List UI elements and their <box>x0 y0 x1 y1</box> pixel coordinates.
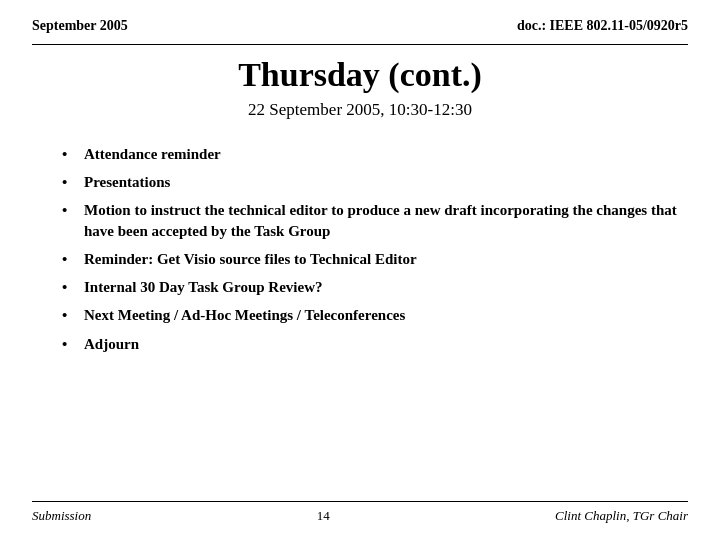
bullet-dot: • <box>62 172 80 192</box>
list-item: •Internal 30 Day Task Group Review? <box>62 277 688 297</box>
footer-author: Clint Chaplin, TGr Chair <box>555 508 688 524</box>
bullet-dot: • <box>62 334 80 354</box>
footer-submission: Submission <box>32 508 91 524</box>
footer-section: Submission 14 Clint Chaplin, TGr Chair <box>32 501 688 524</box>
list-item: •Adjourn <box>62 334 688 354</box>
list-item: •Reminder: Get Visio source files to Tec… <box>62 249 688 269</box>
header-row: September 2005 doc.: IEEE 802.11-05/0920… <box>32 18 688 34</box>
list-item: •Motion to instruct the technical editor… <box>62 200 688 241</box>
slide: September 2005 doc.: IEEE 802.11-05/0920… <box>0 0 720 540</box>
top-divider <box>32 44 688 45</box>
bullet-text: Internal 30 Day Task Group Review? <box>84 277 688 297</box>
list-item: •Next Meeting / Ad-Hoc Meetings / Teleco… <box>62 305 688 325</box>
bullet-text: Reminder: Get Visio source files to Tech… <box>84 249 688 269</box>
footer-row: Submission 14 Clint Chaplin, TGr Chair <box>32 508 688 524</box>
bullet-text: Presentations <box>84 172 688 192</box>
content-section: •Attendance reminder•Presentations•Motio… <box>32 144 688 501</box>
bullet-text: Motion to instruct the technical editor … <box>84 200 688 241</box>
title-section: Thursday (cont.) 22 September 2005, 10:3… <box>32 55 688 120</box>
bullet-text: Adjourn <box>84 334 688 354</box>
header-doc: doc.: IEEE 802.11-05/0920r5 <box>517 18 688 34</box>
list-item: •Attendance reminder <box>62 144 688 164</box>
bullet-text: Next Meeting / Ad-Hoc Meetings / Telecon… <box>84 305 688 325</box>
header-date: September 2005 <box>32 18 128 34</box>
bullet-list: •Attendance reminder•Presentations•Motio… <box>62 144 688 354</box>
bullet-dot: • <box>62 277 80 297</box>
bullet-dot: • <box>62 249 80 269</box>
bullet-text: Attendance reminder <box>84 144 688 164</box>
bottom-divider <box>32 501 688 502</box>
list-item: •Presentations <box>62 172 688 192</box>
bullet-dot: • <box>62 144 80 164</box>
subtitle: 22 September 2005, 10:30-12:30 <box>32 100 688 120</box>
bullet-dot: • <box>62 305 80 325</box>
footer-page: 14 <box>317 508 330 524</box>
bullet-dot: • <box>62 200 80 220</box>
main-title: Thursday (cont.) <box>32 55 688 96</box>
